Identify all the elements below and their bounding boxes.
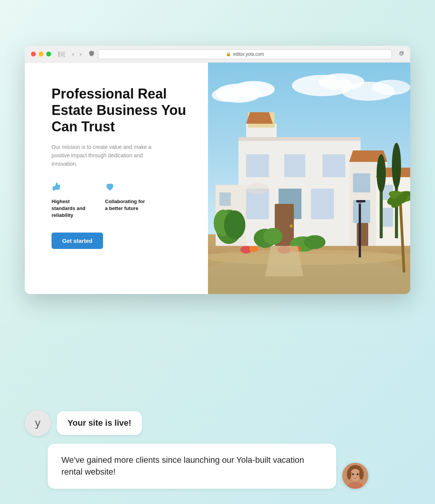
svg-rect-24 [284,154,305,177]
svg-point-49 [304,235,325,249]
browser-window: ‹ › 🔒 editor.yola.com Professional Real … [25,46,410,294]
browser-toolbar: ‹ › 🔒 editor.yola.com [25,46,410,63]
svg-rect-31 [353,173,370,192]
feature-item-1: Highest standards and reliability [52,182,93,219]
svg-rect-20 [311,189,334,219]
feature-label-2: Collaborating for a better future [105,198,147,212]
shield-icon [89,50,94,58]
svg-point-68 [350,469,361,481]
svg-rect-38 [219,192,231,206]
chat-section: y Your site is live! We've gained more c… [25,410,368,489]
svg-point-73 [357,473,359,475]
address-text: editor.yola.com [233,52,264,57]
svg-rect-54 [359,204,361,257]
get-started-button[interactable]: Get started [52,233,103,249]
user-avatar [342,463,368,489]
svg-rect-23 [246,154,269,177]
svg-point-70 [359,469,364,480]
svg-rect-25 [322,154,345,177]
svg-point-47 [263,228,282,245]
browser-nav: ‹ › [70,50,84,58]
svg-point-12 [372,80,410,95]
svg-rect-32 [353,200,370,223]
maximize-button[interactable] [46,52,51,57]
address-bar[interactable]: 🔒 editor.yola.com [98,49,392,59]
content-right [208,63,410,294]
forward-button[interactable]: › [77,50,83,58]
sidebar-icon [58,52,65,57]
feature-label-1: Highest standards and reliability [52,198,93,219]
svg-rect-28 [238,137,361,141]
svg-point-58 [249,246,258,252]
traffic-lights [31,52,51,57]
hero-title: Professional Real Estate Business You Ca… [52,86,189,135]
minimize-button[interactable] [39,52,44,57]
svg-point-29 [246,183,269,194]
svg-point-22 [290,225,293,228]
heart-icon [105,182,147,194]
chat-bubble-testimonial: We've gained more clients since launchin… [48,444,336,489]
svg-rect-1 [58,52,60,57]
close-button[interactable] [31,52,36,57]
chat-row-left: y Your site is live! [25,410,368,436]
chat-row-right: We've gained more clients since launchin… [48,444,368,489]
svg-point-8 [212,88,242,102]
back-button[interactable]: ‹ [70,50,76,58]
feature-item-2: Collaborating for a better future [105,182,147,219]
lock-icon: 🔒 [226,52,231,57]
svg-marker-40 [246,112,273,124]
content-left: Professional Real Estate Business You Ca… [25,63,208,294]
svg-point-45 [224,210,245,239]
reload-icon[interactable] [399,51,404,57]
svg-rect-56 [356,200,366,202]
chat-bubble-site-live: Your site is live! [57,411,142,435]
browser-content: Professional Real Estate Business You Ca… [25,63,410,294]
hero-subtitle: Our mission is to create value and make … [52,143,155,168]
thumbs-up-icon [52,182,93,194]
features-row: Highest standards and reliability Collab… [52,182,189,219]
svg-point-72 [352,473,354,475]
yola-avatar: y [25,410,51,436]
svg-point-53 [392,143,401,189]
svg-point-16 [208,250,403,265]
svg-point-69 [347,469,351,480]
svg-marker-65 [265,246,303,276]
svg-point-51 [377,154,386,192]
svg-rect-33 [357,223,368,246]
